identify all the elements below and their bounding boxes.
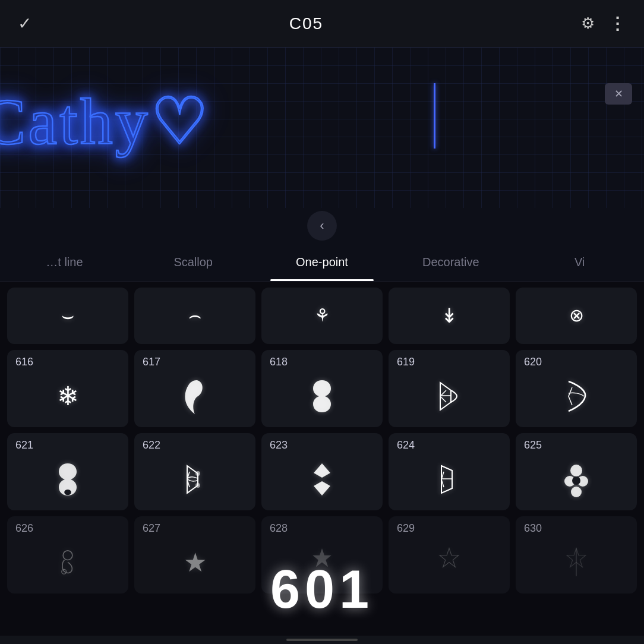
tab-vi[interactable]: Vi bbox=[515, 244, 644, 281]
stitch-number: 628 bbox=[265, 522, 288, 535]
stitch-number: 627 bbox=[138, 522, 160, 535]
svg-point-7 bbox=[571, 487, 582, 497]
tab-decorative[interactable]: Decorative bbox=[386, 244, 515, 281]
stitch-row-partial: ⌣ ⌢ ⚘ ↡ ⊗ bbox=[7, 288, 637, 344]
delete-button[interactable]: ✕ bbox=[605, 83, 632, 105]
stitch-number: 619 bbox=[392, 356, 415, 368]
back-button[interactable]: ‹ bbox=[307, 211, 337, 241]
stitch-row-626: 626 627 ★ 628 629 bbox=[7, 516, 637, 594]
svg-marker-11 bbox=[312, 548, 331, 567]
page-title: C05 bbox=[289, 14, 323, 33]
more-options-icon[interactable]: ⋮ bbox=[609, 14, 626, 33]
bottom-bar bbox=[0, 636, 644, 644]
svg-marker-2 bbox=[314, 463, 330, 478]
stitch-card-624[interactable]: 624 bbox=[389, 433, 510, 510]
stitch-card-617[interactable]: 617 bbox=[134, 350, 255, 427]
check-icon[interactable]: ✓ bbox=[18, 14, 31, 33]
stitch-number: 629 bbox=[392, 522, 415, 535]
back-icon: ‹ bbox=[320, 218, 324, 233]
stitch-card[interactable]: ⊗ bbox=[516, 288, 637, 344]
stitch-card-616[interactable]: 616 ❄ bbox=[7, 350, 128, 427]
stitch-card-621[interactable]: 621 bbox=[7, 433, 128, 510]
stitch-icon-620 bbox=[563, 372, 590, 420]
stitch-number: 623 bbox=[265, 439, 288, 452]
top-bar: ✓ C05 ⚙ ⋮ bbox=[0, 0, 644, 48]
stitch-card-626[interactable]: 626 bbox=[7, 516, 128, 594]
stitch-number: 617 bbox=[138, 356, 160, 368]
stitch-number: 618 bbox=[265, 356, 288, 368]
stitch-icon-616: ❄ bbox=[57, 372, 79, 420]
tab-one-point[interactable]: One-point bbox=[258, 244, 387, 281]
stitch-number: 624 bbox=[392, 439, 415, 452]
stitch-icon-619 bbox=[435, 372, 463, 420]
stitch-card-622[interactable]: 622 bbox=[134, 433, 255, 510]
stitch-card-629[interactable]: 629 bbox=[389, 516, 510, 594]
stitch-card-623[interactable]: 623 bbox=[261, 433, 383, 510]
svg-point-4 bbox=[570, 465, 582, 476]
stitch-icon: ↡ bbox=[441, 293, 457, 337]
stitch-number: 621 bbox=[11, 439, 33, 452]
stitch-icon: ⌣ bbox=[61, 293, 74, 337]
stitch-number: 630 bbox=[519, 522, 542, 535]
stitch-icon-630 bbox=[563, 538, 590, 586]
stitch-icon-624 bbox=[435, 455, 463, 503]
tab-straight-line-label: …t line bbox=[46, 255, 83, 269]
back-button-row: ‹ bbox=[0, 208, 644, 244]
stitch-number: 626 bbox=[11, 522, 33, 535]
stitch-card-628[interactable]: 628 bbox=[261, 516, 383, 594]
stitch-icon-628 bbox=[308, 538, 336, 586]
top-bar-left: ✓ bbox=[18, 14, 31, 33]
stitch-icon-617 bbox=[180, 372, 210, 420]
svg-point-1 bbox=[195, 483, 200, 488]
stitch-card-625[interactable]: 625 bbox=[516, 433, 637, 510]
stitch-card[interactable]: ↡ bbox=[389, 288, 510, 344]
svg-marker-12 bbox=[440, 548, 458, 567]
tab-one-point-label: One-point bbox=[296, 255, 348, 269]
svg-point-0 bbox=[195, 471, 200, 476]
stitch-icon-621 bbox=[54, 455, 81, 503]
stitch-icon: ⊗ bbox=[569, 293, 584, 337]
stitch-row-616: 616 ❄ 617 618 619 bbox=[7, 350, 637, 427]
svg-point-8 bbox=[572, 476, 580, 485]
canvas-area: Cathy♡ ✕ bbox=[0, 48, 644, 208]
stitch-row-621: 621 622 623 bbox=[7, 433, 637, 510]
stitch-number: 620 bbox=[519, 356, 542, 368]
stitch-card-630[interactable]: 630 bbox=[516, 516, 637, 594]
canvas-cursor bbox=[434, 83, 435, 149]
home-indicator bbox=[286, 639, 358, 641]
tab-decorative-label: Decorative bbox=[422, 255, 479, 269]
stitch-number: 616 bbox=[11, 356, 33, 368]
tab-scallop[interactable]: Scallop bbox=[129, 244, 258, 281]
delete-icon: ✕ bbox=[614, 87, 623, 100]
tab-vi-label: Vi bbox=[574, 255, 585, 269]
canvas-text: Cathy♡ bbox=[0, 83, 211, 160]
stitch-card-619[interactable]: 619 bbox=[389, 350, 510, 427]
svg-marker-3 bbox=[314, 481, 330, 495]
stitch-number: 625 bbox=[519, 439, 542, 452]
stitch-icon-627: ★ bbox=[184, 538, 207, 586]
gear-icon[interactable]: ⚙ bbox=[581, 14, 595, 33]
stitch-icon-626 bbox=[54, 538, 81, 586]
tab-straight-line[interactable]: …t line bbox=[0, 244, 129, 281]
stitch-icon-622 bbox=[181, 455, 209, 503]
stitch-card-618[interactable]: 618 bbox=[261, 350, 383, 427]
stitch-icon-629 bbox=[435, 538, 463, 586]
stitch-card[interactable]: ⌢ bbox=[134, 288, 255, 344]
stitch-card-620[interactable]: 620 bbox=[516, 350, 637, 427]
stitch-icon-618 bbox=[308, 372, 336, 420]
stitch-icon-623 bbox=[310, 455, 334, 503]
stitch-icon: ⌢ bbox=[188, 293, 201, 337]
stitch-card-627[interactable]: 627 ★ bbox=[134, 516, 255, 594]
stitch-card[interactable]: ⌣ bbox=[7, 288, 128, 344]
stitch-grid: ⌣ ⌢ ⚘ ↡ ⊗ 616 ❄ 617 618 bbox=[0, 282, 644, 636]
stitch-card[interactable]: ⚘ bbox=[261, 288, 383, 344]
tabs-row: …t line Scallop One-point Decorative Vi bbox=[0, 244, 644, 282]
tab-scallop-label: Scallop bbox=[173, 255, 213, 269]
stitch-icon-625 bbox=[561, 455, 591, 503]
stitch-icon: ⚘ bbox=[314, 293, 330, 337]
stitch-number: 622 bbox=[138, 439, 160, 452]
svg-point-9 bbox=[63, 551, 72, 560]
top-bar-right: ⚙ ⋮ bbox=[581, 14, 626, 33]
